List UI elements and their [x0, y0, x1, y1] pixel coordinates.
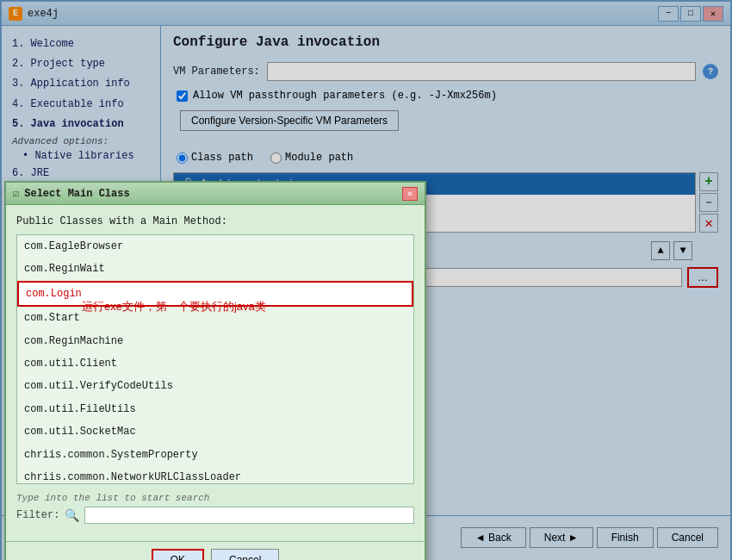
dialog-subtitle: Public Classes with a Main Method: [16, 215, 414, 227]
class-item[interactable]: com.util.FileUtils [17, 398, 413, 420]
dialog-title-bar: ☑ Select Main Class ✕ [6, 183, 425, 205]
search-icon: 🔍 [65, 508, 79, 523]
class-list[interactable]: com.EagleBrowser com.ReginWait com.Login… [16, 234, 414, 484]
class-item[interactable]: chriis.common.SystemProperty [17, 444, 413, 466]
class-item[interactable]: chriis.common.NetworkURLClassLoader [17, 466, 413, 484]
select-main-class-dialog: ☑ Select Main Class ✕ Public Classes wit… [4, 181, 426, 560]
class-item-selected[interactable]: com.Login [17, 281, 413, 307]
dialog-close-button[interactable]: ✕ [402, 187, 418, 201]
search-hint: Type into the list to start search [16, 493, 414, 503]
dialog-title: Select Main Class [24, 188, 129, 200]
dialog-buttons: OK Cancel [6, 541, 425, 560]
class-item[interactable]: com.ReginWait [17, 258, 413, 280]
filter-input[interactable] [84, 507, 414, 524]
class-item[interactable]: com.util.SocketMac [17, 420, 413, 443]
filter-label: Filter: [16, 509, 59, 521]
class-item[interactable]: com.ReginMachine [17, 330, 413, 352]
class-item[interactable]: com.EagleBrowser [17, 235, 413, 258]
dialog-cancel-button[interactable]: Cancel [211, 549, 279, 560]
class-item[interactable]: com.util.Client [17, 352, 413, 375]
class-item[interactable]: com.util.VerifyCodeUtils [17, 375, 413, 397]
dialog-content: Public Classes with a Main Method: com.E… [6, 205, 425, 541]
filter-row: Filter: 🔍 [16, 507, 414, 524]
class-item[interactable]: com.Start [17, 307, 413, 329]
dialog-ok-button[interactable]: OK [152, 549, 204, 560]
